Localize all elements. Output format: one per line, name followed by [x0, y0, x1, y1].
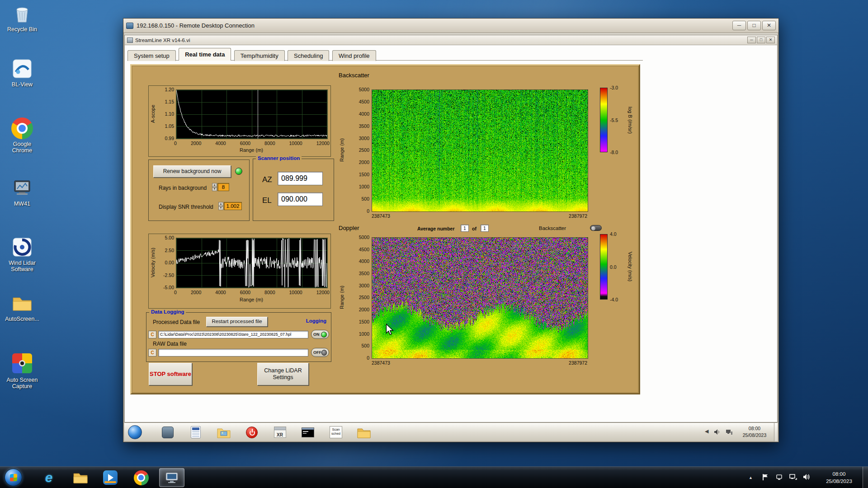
remote-tray-expand-icon[interactable]: ◀ — [705, 428, 708, 434]
desktop-icon-label: Google Chrome — [12, 141, 32, 154]
rays-stepper[interactable]: ▲▼ — [212, 183, 217, 191]
az-label: AZ — [262, 175, 272, 184]
taskbar-rdp-button-active[interactable] — [159, 468, 184, 487]
show-desktop-button[interactable] — [863, 467, 868, 488]
tick-label: 3500 — [359, 123, 369, 129]
data-logging-group-label: Data Logging — [149, 309, 186, 314]
tick-label: 3000 — [359, 136, 369, 141]
rdp-window-title: 192.168.0.150 - Remote Desktop Connectio… — [137, 22, 731, 29]
desktop-icon-mw41[interactable]: MW41 — [3, 177, 42, 207]
tick-label: 6000 — [240, 141, 250, 146]
backscatter-display-toggle[interactable] — [590, 225, 602, 231]
taskbar-clock[interactable]: 08:00 25/08/2023 — [819, 470, 859, 485]
tick-label: -5.5 — [610, 117, 618, 123]
doppler-heatmap — [372, 237, 588, 359]
doppler-title: Doppler — [339, 225, 359, 231]
tab-wind-profile[interactable]: Wind profile — [332, 50, 376, 61]
desktop-icon-bl-view[interactable]: BL-View — [3, 58, 42, 88]
taskbar-media-player-button[interactable] — [98, 468, 123, 487]
remote-quicklaunch-xr-icon[interactable]: XR — [271, 425, 289, 440]
backscatter-heatmap — [372, 89, 588, 212]
remote-desktop-icon — [165, 471, 179, 484]
remote-quicklaunch-folder-icon[interactable] — [355, 425, 373, 440]
tick-label: 500 — [361, 196, 369, 202]
tab-scheduling[interactable]: Scheduling — [288, 50, 329, 61]
tick-label: 0 — [174, 290, 177, 295]
rays-in-background-label: Rays in background — [159, 185, 207, 191]
taskbar-explorer-button[interactable] — [68, 468, 93, 487]
el-label: EL — [262, 196, 272, 205]
remote-quicklaunch-command-prompt-icon[interactable] — [299, 425, 317, 440]
snr-threshold-label: Display SNR threshold — [159, 204, 213, 210]
average-number-field[interactable]: 1 — [461, 225, 469, 232]
el-value-field[interactable]: 090.000 — [278, 192, 323, 206]
remote-quicklaunch-scan-scheduler-icon[interactable]: Scan sched — [327, 425, 345, 440]
app-close-button[interactable]: ✕ — [766, 37, 775, 43]
rays-value-field[interactable]: 8 — [217, 183, 229, 191]
taskbar-ie-button[interactable]: e — [36, 468, 61, 487]
processed-path-field[interactable]: C:\Lidar\Data\Proc\2023\202308\20230825\… — [158, 331, 308, 338]
backscatter-colorbar-ticks: -3.0-5.5-8.0 — [610, 85, 618, 155]
tick-label: 500 — [361, 343, 369, 348]
rdp-titlebar[interactable]: 192.168.0.150 - Remote Desktop Connectio… — [123, 19, 778, 33]
tick-label: 8000 — [264, 290, 275, 295]
average-of-field[interactable]: 1 — [481, 225, 489, 232]
renew-background-button[interactable]: Renew background now — [153, 165, 231, 178]
processed-path-type-button[interactable]: C — [148, 331, 156, 338]
raw-logging-toggle[interactable]: OFF — [311, 348, 329, 357]
desktop-icon-autoscreen[interactable]: AutoScreen... — [3, 292, 42, 322]
raw-path-type-button[interactable]: C — [148, 349, 156, 357]
ascope-plot — [176, 89, 328, 139]
remote-quicklaunch-power-icon[interactable] — [243, 425, 261, 440]
rdp-maximize-button[interactable]: □ — [747, 21, 761, 30]
desktop-icon-google-chrome[interactable]: Google Chrome — [3, 117, 42, 154]
tick-label: 6000 — [240, 290, 250, 295]
snr-stepper[interactable]: ▲▼ — [218, 202, 223, 210]
velocity-plot-frame: Velocity (m/s) 5.002.500.00-2.50-5.00 02… — [148, 234, 331, 309]
scanner-position-group-label: Scanner position — [256, 155, 302, 161]
raw-path-field[interactable] — [158, 349, 308, 357]
snr-value-field[interactable]: 1.002 — [224, 202, 242, 210]
remote-start-button[interactable] — [128, 425, 142, 439]
remote-clock-date: 25/08/2023 — [737, 432, 772, 439]
velocity-xlabel: Range (m) — [176, 297, 327, 302]
desktop-icon-wind-lidar-software[interactable]: Wind Lidar Software — [3, 236, 42, 273]
rdp-close-button[interactable]: ✕ — [762, 21, 776, 30]
tab-temp-humidity[interactable]: Temp/humidity — [234, 50, 285, 61]
app-titlebar[interactable]: StreamLine XR v14-6.vi ─ □ ✕ — [125, 35, 777, 45]
processed-logging-toggle[interactable]: ON — [311, 330, 329, 339]
action-center-flag-icon[interactable] — [762, 474, 769, 483]
doppler-x-end-label: 2387972 — [556, 360, 587, 366]
restart-processed-file-button[interactable]: Restart processed file — [206, 317, 268, 327]
windows-logo-icon — [10, 474, 17, 481]
change-lidar-settings-button[interactable]: Change LiDAR Settings — [257, 363, 309, 385]
remote-quicklaunch-app-icon[interactable] — [159, 425, 177, 440]
volume-tray-icon[interactable] — [803, 474, 810, 482]
remote-volume-icon[interactable] — [714, 429, 721, 436]
remote-network-icon[interactable] — [726, 429, 733, 436]
tick-label: 1.20 — [165, 87, 174, 92]
rdp-minimize-button[interactable]: ─ — [732, 21, 746, 30]
az-value-field[interactable]: 089.999 — [278, 172, 323, 185]
remote-quicklaunch-image-folder-icon[interactable] — [215, 425, 233, 440]
start-button[interactable] — [5, 469, 22, 486]
app-restore-button[interactable]: □ — [757, 37, 765, 43]
desktop-icon-recycle-bin[interactable]: Recycle Bin — [3, 3, 42, 33]
network-tray-icon[interactable] — [789, 474, 797, 482]
tab-system-setup[interactable]: System setup — [127, 50, 176, 61]
raw-data-file-label: RAW Data file — [153, 341, 187, 347]
desktop-icon-auto-screen-capture[interactable]: Auto Screen Capture — [3, 352, 42, 390]
tray-expand-icon[interactable]: ▲ — [749, 475, 753, 480]
remote-clock[interactable]: 08:00 25/08/2023 — [737, 425, 772, 438]
remote-quicklaunch-calculator-icon[interactable] — [187, 425, 205, 440]
stop-software-button[interactable]: STOP software — [149, 363, 192, 385]
tick-label: 1500 — [359, 319, 369, 324]
taskbar-chrome-button[interactable] — [128, 468, 154, 487]
tab-real-time-data[interactable]: Real time data — [179, 48, 231, 61]
app-window-icon — [127, 38, 133, 43]
toggle-knob-on — [321, 332, 327, 338]
remote-show-desktop-button[interactable] — [774, 423, 778, 441]
mw41-icon — [11, 177, 33, 199]
device-tray-icon[interactable] — [776, 474, 783, 482]
app-minimize-button[interactable]: ─ — [747, 37, 756, 43]
